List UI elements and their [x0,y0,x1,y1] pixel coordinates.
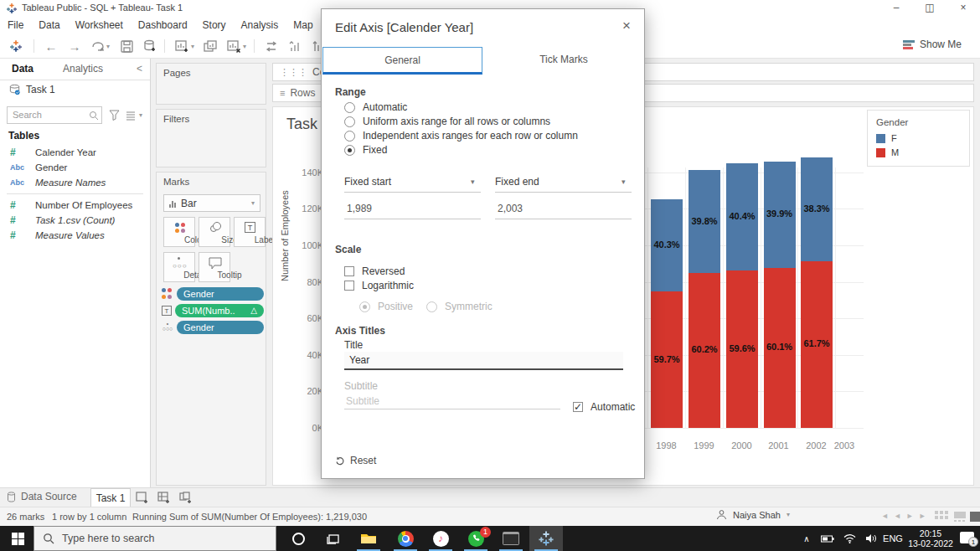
y-axis-title[interactable]: Number of Employees [280,190,290,281]
tab-tick-marks[interactable]: Tick Marks [483,47,644,75]
show-filmstrip-icon[interactable] [953,511,967,523]
menu-story[interactable]: Story [195,17,234,33]
field-item[interactable]: #Measure Values [0,228,150,243]
volume-icon[interactable] [861,526,881,551]
pill-sum-numb-[interactable]: SUM(Numb..△ [175,304,264,317]
file-explorer-icon[interactable] [352,526,385,551]
legend-item-m[interactable]: M [876,147,899,157]
automatic-checkbox[interactable]: Automatic [573,401,635,413]
menu-data[interactable]: Data [31,17,67,33]
undo-dropdown-caret[interactable]: ▾ [104,37,112,55]
task-view-icon[interactable] [317,526,350,551]
detail-button[interactable]: ○○○ Detail [163,252,195,282]
menu-worksheet[interactable]: Worksheet [68,17,131,33]
x-axis-tick[interactable]: 1998 [650,440,683,451]
x-axis-tick[interactable]: 1999 [688,440,721,451]
new-story-tab-icon[interactable] [179,492,194,504]
close-button[interactable]: × [951,2,976,15]
legend-item-f[interactable]: F [876,133,897,143]
fixed-end-value[interactable]: 2,003 [498,203,523,214]
range-radio-automatic[interactable]: Automatic [344,101,407,113]
cortana-icon[interactable] [281,526,315,551]
music-app-icon[interactable]: ♪ [424,526,457,551]
view-grid-icon[interactable] [126,111,136,121]
tab-data[interactable]: Data [12,63,34,75]
duplicate-sheet-icon[interactable] [201,37,219,55]
label-button[interactable]: T Label [234,217,266,247]
sheet-navigation-arrows[interactable]: ◄◄►► [881,512,931,520]
fixed-end-dropdown[interactable]: Fixed end [495,176,539,188]
language-indicator[interactable]: ENG [881,526,905,551]
user-account-dropdown[interactable]: Naiya Shah ▾ [716,509,790,520]
range-radio-fixed[interactable]: Fixed [344,144,387,156]
view-options-caret[interactable]: ▾ [139,111,142,119]
menu-file[interactable]: File [0,17,31,33]
show-sheet-icon[interactable] [970,511,980,523]
fixed-start-value[interactable]: 1,989 [347,203,372,214]
sheet-tab-task1[interactable]: Task 1 [90,488,131,507]
color-button[interactable]: Color [163,217,195,247]
logarithmic-checkbox[interactable]: Logarithmic [344,280,414,291]
tray-expand-icon[interactable]: ∧ [797,526,816,551]
new-data-source-icon[interactable] [141,37,159,55]
terminal-icon[interactable] [494,526,528,551]
menu-dashboard[interactable]: Dashboard [131,17,195,33]
fixed-start-dropdown[interactable]: Fixed start [344,176,391,188]
field-item[interactable]: AbcMeasure Names [0,175,150,190]
field-item[interactable]: #Calender Year [0,145,150,160]
x-axis-tick[interactable]: 2003 [828,440,861,451]
restore-button[interactable]: ◫ [917,2,942,15]
range-radio-uniform[interactable]: Uniform axis range for all rows or colum… [344,116,550,127]
x-axis-tick[interactable]: 2000 [725,440,759,451]
clear-sheet-caret[interactable]: ▾ [240,37,249,55]
wifi-icon[interactable] [839,526,859,551]
tableau-taskbar-icon[interactable] [529,526,563,551]
tableau-logo-icon[interactable] [7,37,25,55]
axis-title-input[interactable] [344,352,623,370]
show-me-button[interactable]: Show Me [903,39,962,50]
whatsapp-icon[interactable]: 1 [459,526,493,551]
field-item[interactable]: AbcGender [0,160,150,175]
field-item[interactable]: #Task 1.csv (Count) [0,213,150,228]
action-center-icon[interactable]: 1 [960,532,974,543]
tab-general[interactable]: General [322,47,482,75]
pages-card[interactable]: Pages [156,63,266,105]
color-legend-card[interactable]: Gender FM [867,110,970,167]
range-radio-independent[interactable]: Independent axis ranges for each row or … [344,130,578,142]
data-source-tab[interactable]: Data Source [7,491,77,502]
pill-gender[interactable]: Gender [177,287,264,301]
collapse-pane-icon[interactable]: < [137,63,142,75]
show-tabs-icon[interactable] [935,511,948,523]
clock[interactable]: 20:15 13-02-2022 [903,528,958,548]
sort-ascending-icon[interactable] [286,37,304,55]
filter-icon[interactable] [109,110,120,121]
save-button[interactable] [117,37,136,55]
chrome-icon[interactable] [389,526,422,551]
fixed-start-caret[interactable]: ▾ [471,178,475,186]
x-axis-tick[interactable]: 2001 [762,440,796,451]
field-item[interactable]: #Number Of Employees [0,198,150,213]
subtitle-input[interactable] [344,393,560,409]
forward-button[interactable]: → [65,37,84,55]
mark-type-dropdown[interactable]: Bar ▾ [163,194,260,212]
pill-gender[interactable]: Gender [177,321,264,334]
minimize-button[interactable]: – [884,2,909,15]
menu-map[interactable]: Map [286,17,320,33]
dialog-close-icon[interactable]: × [619,18,634,34]
back-button[interactable]: ← [42,37,60,55]
new-worksheet-caret[interactable]: ▾ [188,37,197,55]
fixed-end-caret[interactable]: ▾ [622,178,626,186]
tooltip-button[interactable]: Tooltip [199,252,230,282]
new-dashboard-tab-icon[interactable] [157,492,173,504]
taskbar-search-input[interactable]: Type here to search [34,526,276,551]
search-input[interactable]: Search [7,106,102,124]
size-button[interactable]: Size [199,217,230,247]
start-button[interactable] [12,533,24,545]
datasource-item[interactable]: Task 1 [8,84,55,95]
reset-button[interactable]: Reset [335,455,376,466]
swap-rows-columns-icon[interactable] [262,37,281,55]
reversed-checkbox[interactable]: Reversed [344,265,405,277]
new-worksheet-tab-icon[interactable] [136,492,151,504]
filters-card[interactable]: Filters [156,109,266,167]
tab-analytics[interactable]: Analytics [63,63,103,75]
